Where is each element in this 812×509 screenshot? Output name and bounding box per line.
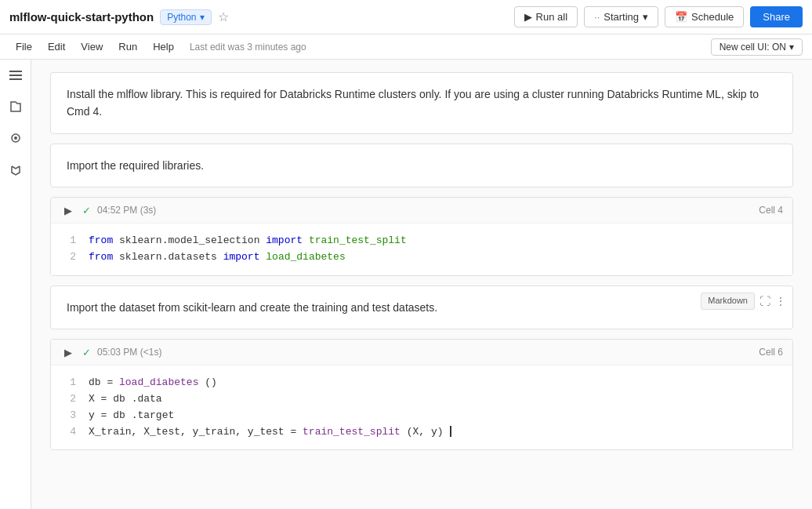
markdown-cell-2: Import the required libraries. bbox=[50, 144, 793, 187]
cell-6-header: ▶ ✓ 05:03 PM (<1s) Cell 6 bbox=[51, 340, 792, 365]
svg-point-4 bbox=[14, 136, 17, 140]
cell-4-label: Cell 4 bbox=[759, 205, 783, 216]
cell-6-body[interactable]: 1 db = load_diabetes () 2 X = db .data bbox=[51, 365, 792, 449]
svg-rect-0 bbox=[9, 71, 22, 72]
line-num-6-3: 3 bbox=[63, 408, 76, 424]
run-cell-4-button[interactable]: ▶ bbox=[60, 202, 76, 218]
code-line-1: 1 from sklearn.model_selection import tr… bbox=[63, 233, 780, 249]
cell-4-time: 04:52 PM (3s) bbox=[97, 205, 156, 216]
schedule-label: Schedule bbox=[691, 11, 734, 23]
code-line-6-1: 1 db = load_diabetes () bbox=[63, 375, 780, 391]
cell-4-status-icon: ✓ bbox=[82, 205, 91, 216]
markdown-text-1: Install the mlflow library. This is requ… bbox=[67, 88, 759, 118]
starting-button[interactable]: ·· Starting ▾ bbox=[584, 6, 658, 27]
language-badge[interactable]: Python ▾ bbox=[160, 9, 211, 25]
line-num-6-1: 1 bbox=[63, 375, 76, 391]
menu-file[interactable]: File bbox=[9, 38, 38, 56]
code-cell-6: ▶ ✓ 05:03 PM (<1s) Cell 6 1 db = load_di… bbox=[50, 339, 793, 450]
markdown-cell-3: Markdown ⛶ ⋮ Import the dataset from sci… bbox=[50, 285, 793, 329]
main-layout: Install the mlflow library. This is requ… bbox=[0, 60, 812, 509]
run-all-label: Run all bbox=[536, 11, 567, 23]
run-cell-6-button[interactable]: ▶ bbox=[60, 344, 76, 360]
sidebar bbox=[0, 60, 31, 509]
markdown-cell-1: Install the mlflow library. This is requ… bbox=[50, 72, 793, 134]
share-button[interactable]: Share bbox=[750, 6, 803, 27]
schedule-button[interactable]: 📅 Schedule bbox=[665, 6, 744, 27]
new-cell-label: New cell UI: ON bbox=[720, 42, 786, 53]
markdown-badge: Markdown bbox=[701, 293, 755, 310]
code-text-1: from sklearn.model_selection import trai… bbox=[89, 233, 407, 249]
more-options-icon[interactable]: ⋮ bbox=[775, 293, 786, 310]
line-num-6-4: 4 bbox=[63, 424, 76, 441]
starting-dropdown-icon: ▾ bbox=[643, 11, 648, 23]
markdown-text-3: Import the dataset from scikit-learn and… bbox=[67, 301, 437, 314]
cell-4-header: ▶ ✓ 04:52 PM (3s) Cell 4 bbox=[51, 198, 792, 224]
play-icon: ▶ bbox=[524, 11, 532, 23]
starting-label: Starting bbox=[604, 11, 639, 23]
code-text-6-2: X = db .data bbox=[89, 391, 162, 408]
expand-icon[interactable]: ⛶ bbox=[759, 293, 770, 310]
svg-rect-1 bbox=[9, 75, 22, 76]
sidebar-icon-data[interactable] bbox=[6, 160, 25, 179]
code-line-2: 2 from sklearn.datasets import load_diab… bbox=[63, 249, 780, 266]
svg-rect-2 bbox=[9, 78, 22, 80]
notebook-content: Install the mlflow library. This is requ… bbox=[31, 60, 812, 509]
language-label: Python bbox=[167, 12, 196, 23]
calendar-icon: 📅 bbox=[675, 11, 687, 23]
new-cell-dropdown-icon: ▾ bbox=[789, 42, 794, 53]
notebook-title: mlflow-quick-start-python bbox=[9, 10, 154, 24]
sidebar-icon-menu[interactable] bbox=[6, 66, 25, 85]
markdown-text-2: Import the required libraries. bbox=[67, 159, 204, 172]
cell-6-label: Cell 6 bbox=[759, 347, 783, 358]
code-line-6-4: 4 X_train, X_test, y_train, y_test = tra… bbox=[63, 424, 780, 441]
menu-edit[interactable]: Edit bbox=[42, 38, 71, 56]
menu-view[interactable]: View bbox=[74, 38, 109, 56]
cell-4-body[interactable]: 1 from sklearn.model_selection import tr… bbox=[51, 224, 792, 275]
sidebar-icon-cluster[interactable] bbox=[6, 129, 25, 147]
cell-6-time: 05:03 PM (<1s) bbox=[97, 347, 161, 358]
menu-run[interactable]: Run bbox=[112, 38, 143, 56]
line-num-1: 1 bbox=[63, 233, 76, 249]
sidebar-icon-files[interactable] bbox=[6, 97, 25, 116]
code-text-6-4: X_train, X_test, y_train, y_test = train… bbox=[89, 424, 451, 441]
line-num-6-2: 2 bbox=[63, 391, 76, 408]
line-num-2: 2 bbox=[63, 249, 76, 266]
code-line-6-3: 3 y = db .target bbox=[63, 408, 780, 424]
new-cell-ui-toggle[interactable]: New cell UI: ON ▾ bbox=[711, 38, 803, 56]
topbar: mlflow-quick-start-python Python ▾ ☆ ▶ R… bbox=[0, 0, 812, 35]
code-text-6-1: db = load_diabetes () bbox=[89, 375, 217, 391]
cell-6-status-icon: ✓ bbox=[82, 347, 91, 358]
code-text-6-3: y = db .target bbox=[89, 408, 174, 424]
menu-help[interactable]: Help bbox=[147, 38, 180, 56]
last-edit-label: Last edit was 3 minutes ago bbox=[190, 42, 306, 53]
menubar: File Edit View Run Help Last edit was 3 … bbox=[0, 35, 812, 60]
language-dropdown-icon: ▾ bbox=[200, 12, 205, 23]
code-line-6-2: 2 X = db .data bbox=[63, 391, 780, 408]
run-all-button[interactable]: ▶ Run all bbox=[514, 6, 578, 27]
markdown-cell-3-toolbar: Markdown ⛶ ⋮ bbox=[701, 293, 786, 310]
code-text-2: from sklearn.datasets import load_diabet… bbox=[89, 249, 346, 266]
code-cell-4: ▶ ✓ 04:52 PM (3s) Cell 4 1 from sklearn.… bbox=[50, 197, 793, 276]
star-icon[interactable]: ☆ bbox=[218, 9, 229, 24]
dot-dot-icon: ·· bbox=[594, 11, 600, 23]
